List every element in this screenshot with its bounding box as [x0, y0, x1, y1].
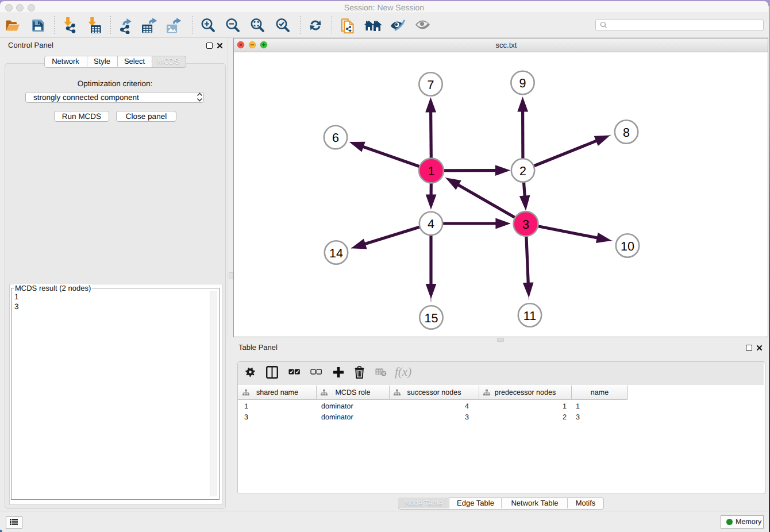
svg-text:10: 10 [621, 240, 634, 253]
svg-text:1: 1 [428, 164, 435, 178]
svg-text:9: 9 [519, 76, 526, 90]
svg-text:8: 8 [623, 126, 630, 140]
svg-text:3: 3 [522, 218, 529, 232]
svg-text:7: 7 [428, 78, 434, 92]
svg-text:11: 11 [523, 309, 536, 323]
svg-text:15: 15 [425, 311, 438, 325]
svg-text:14: 14 [329, 246, 343, 260]
svg-text:4: 4 [428, 217, 434, 231]
svg-text:2: 2 [519, 164, 526, 178]
svg-text:6: 6 [332, 131, 339, 145]
